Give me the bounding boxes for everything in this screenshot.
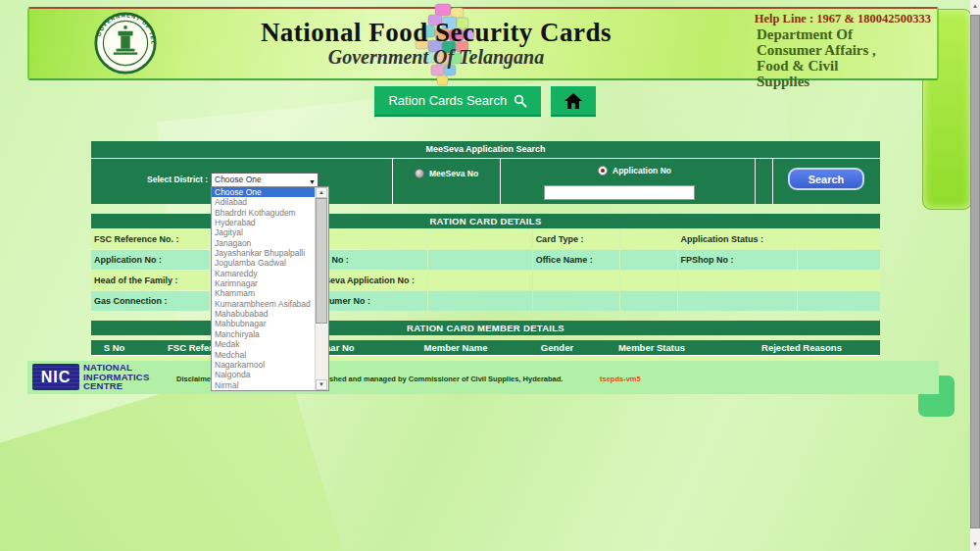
dropdown-option[interactable]: Nalgonda	[212, 370, 316, 379]
detail-value-cell	[428, 229, 531, 249]
dropdown-option[interactable]: Janagaon	[212, 238, 316, 248]
member-details-title: RATION CARD MEMBER DETAILS	[91, 321, 880, 335]
column-header: Gender	[534, 340, 580, 355]
dropdown-option[interactable]: Adilabad	[212, 197, 316, 207]
footer: NIC NATIONAL INFORMATICS CENTRE Disclaim…	[27, 361, 939, 394]
dropdown-option[interactable]: Nagarkarnool	[212, 360, 316, 370]
dropdown-option[interactable]: Jagityal	[212, 227, 316, 237]
home-icon	[564, 92, 582, 110]
divider	[772, 159, 773, 204]
district-select[interactable]: Choose One ▼	[211, 173, 318, 187]
detail-value-cell	[798, 271, 880, 290]
ration-cards-search-label: Ration Cards Search	[388, 93, 507, 108]
district-select-value: Choose One	[215, 175, 262, 184]
application-no-radio-group: Application No	[598, 166, 671, 175]
district-dropdown-items: Choose One Adilabad Bhadrdri Kothagudem …	[212, 187, 316, 390]
site-subtitle: Government Of Telangana	[176, 46, 696, 68]
site-title: National Food Security Cards	[176, 19, 696, 46]
detail-label: Application Status :	[678, 229, 797, 249]
detail-value-cell	[620, 229, 677, 249]
detail-row: FSC Reference No. : Card Type : Applicat…	[91, 229, 880, 249]
district-dropdown-list: Choose One Adilabad Bhadrdri Kothagudem …	[211, 186, 329, 391]
ration-card-details-title: RATION CARD DETAILS	[91, 214, 880, 228]
scroll-up-icon[interactable]: ▲	[970, 0, 980, 13]
application-no-radio[interactable]	[598, 166, 608, 175]
dropdown-option[interactable]: Medchal	[212, 350, 316, 360]
detail-row: Head of the Family : MeeSeva Application…	[91, 271, 880, 290]
detail-value-cell	[798, 250, 880, 270]
helpline-text: Help Line : 1967 & 180042500333	[755, 12, 931, 26]
scroll-down-icon[interactable]: ▼	[316, 379, 327, 390]
dropdown-option[interactable]: Mahabubabad	[212, 309, 316, 319]
detail-label: Office Name :	[533, 250, 619, 270]
department-text: Department Of Consumer Affairs , Food & …	[757, 26, 876, 89]
dropdown-scrollbar[interactable]: ▲ ▼	[315, 187, 328, 390]
meeseva-search-title: MeeSeva Application Search	[91, 141, 880, 159]
header-banner: GOVERNMENT OF TELANGANA	[27, 7, 939, 80]
divider	[392, 159, 393, 204]
dropdown-option[interactable]: Nirmal	[212, 380, 316, 390]
detail-label: Gas Connection :	[91, 291, 210, 311]
application-no-label: Application No	[612, 166, 671, 175]
select-district-label: Select District :	[91, 175, 208, 184]
divider	[755, 159, 756, 204]
ration-card-member-details-section: RATION CARD MEMBER DETAILS S No FSC Refe…	[91, 321, 880, 362]
nav-bar: Ration Cards Search	[0, 86, 970, 117]
dropdown-option[interactable]: Karimnagar	[212, 278, 316, 288]
scroll-down-icon[interactable]: ▼	[970, 538, 980, 551]
dropdown-option[interactable]: Bhadrdri Kothagudem	[212, 208, 316, 218]
column-header: Member Status	[580, 340, 723, 355]
dropdown-option[interactable]: Mahbubnagar	[212, 319, 316, 328]
meeseva-no-radio[interactable]	[415, 169, 424, 178]
detail-value-cell	[428, 271, 531, 290]
meeseva-search-panel: MeeSeva Application Search Select Distri…	[91, 141, 880, 204]
detail-value-cell	[428, 250, 531, 270]
column-header: S No	[91, 340, 137, 355]
detail-label	[533, 271, 619, 290]
detail-value-cell	[428, 291, 531, 311]
detail-row: Gas Connection : Consumer No :	[91, 291, 880, 311]
dropdown-option[interactable]: Jogulamba Gadwal	[212, 258, 316, 268]
dropdown-option[interactable]: Khammam	[212, 288, 316, 298]
nic-name: NATIONAL INFORMATICS CENTRE	[83, 363, 149, 391]
column-header: Rejected Reasons	[723, 340, 880, 355]
meeseva-no-radio-group: MeeSeva No	[415, 169, 478, 178]
detail-value-cell	[620, 250, 677, 270]
detail-value-cell	[620, 271, 677, 290]
dropdown-option[interactable]: Medak	[212, 339, 316, 349]
ration-cards-search-button[interactable]: Ration Cards Search	[374, 86, 541, 117]
dropdown-option[interactable]: Hyderabad	[212, 218, 316, 227]
dropdown-scrollbar-thumb[interactable]	[316, 198, 327, 324]
dropdown-option[interactable]: Choose One	[212, 187, 316, 197]
page-scrollbar[interactable]: ▲ ▼	[970, 0, 980, 551]
department-line: Department Of	[757, 26, 876, 42]
page: GOVERNMENT OF TELANGANA	[0, 0, 980, 551]
search-button[interactable]: Search	[788, 168, 864, 190]
detail-label	[533, 291, 619, 311]
dropdown-option[interactable]: Kumarambheem Asifabad	[212, 299, 316, 309]
telangana-government-seal: GOVERNMENT OF TELANGANA	[93, 11, 158, 75]
dropdown-option[interactable]: Manchiryala	[212, 329, 316, 339]
page-scrollbar-thumb[interactable]	[970, 15, 980, 528]
nic-logo[interactable]: NIC	[32, 364, 79, 390]
dropdown-option[interactable]: Kamareddy	[212, 269, 316, 278]
detail-label: FSC Reference No. :	[91, 229, 210, 249]
application-no-input[interactable]	[544, 185, 695, 200]
detail-value-cell	[798, 229, 880, 249]
divider	[500, 159, 501, 204]
department-line: Consumer Affairs ,	[757, 42, 876, 58]
meeseva-no-label: MeeSeva No	[429, 169, 478, 178]
scroll-up-icon[interactable]: ▲	[316, 187, 327, 198]
member-table-header: S No FSC Reference No Aadhaar No Member …	[91, 340, 880, 355]
department-line: Food & Civil	[757, 58, 876, 74]
dropdown-option[interactable]: Jayashankar Bhupalpalli	[212, 248, 316, 258]
magnifier-icon	[514, 94, 527, 108]
ration-card-details-section: RATION CARD DETAILS FSC Reference No. : …	[91, 214, 880, 311]
detail-label: Head of the Family :	[91, 271, 210, 290]
home-button[interactable]	[551, 86, 596, 117]
detail-label	[678, 271, 797, 290]
meeseva-search-body: Select District : Choose One ▼ MeeSeva N…	[91, 159, 880, 204]
detail-label: Application No :	[91, 250, 210, 270]
detail-row: Application No : Form No : Office Name :…	[91, 250, 880, 270]
detail-label	[678, 291, 797, 311]
